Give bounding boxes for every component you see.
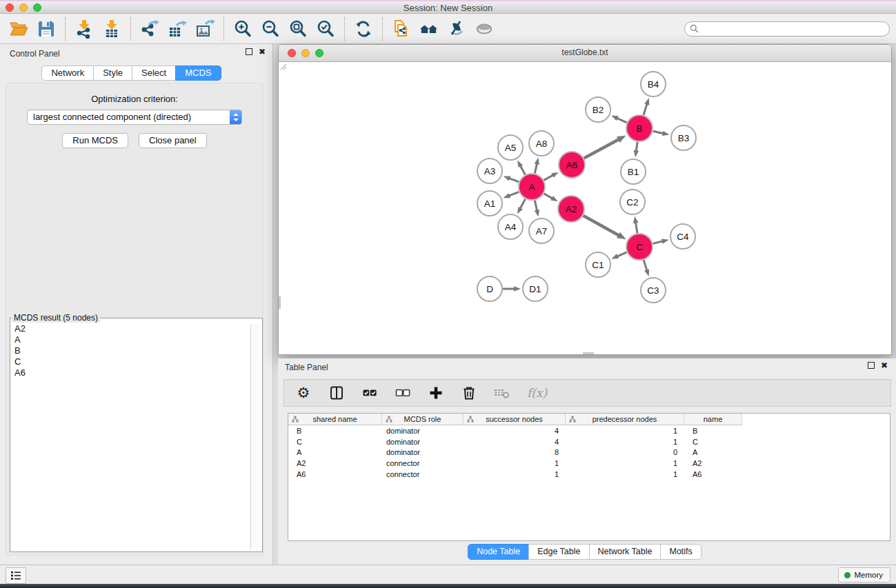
graph-node-C2[interactable]: C2 [620,190,645,214]
table-row[interactable]: Adominator80A [288,447,890,458]
graph-node-B3[interactable]: B3 [671,125,696,150]
search-input[interactable] [701,23,889,34]
graph-node-B4[interactable]: B4 [641,72,666,97]
mcds-result-item[interactable]: B [14,345,262,356]
graph-node-A5[interactable]: A5 [498,135,523,160]
mcds-result-item[interactable]: A6 [14,367,262,378]
table-row[interactable]: Bdominator41B [288,425,890,436]
graph-edge-A-A3[interactable] [509,178,519,182]
graph-edge-A-A4[interactable] [520,199,526,209]
canvas-horizontal-scroll-thumb[interactable] [583,352,594,354]
float-table-panel-icon[interactable] [868,362,875,369]
delete-column-button[interactable] [461,385,477,401]
table-row[interactable]: Cdominator41C [288,436,890,447]
tab-network[interactable]: Network [41,65,94,81]
graph-node-C3[interactable]: C3 [641,278,666,303]
delete-table-button[interactable] [494,385,510,401]
graph-node-C1[interactable]: C1 [586,252,610,277]
column-layout-button[interactable] [328,385,345,401]
search-field[interactable] [684,21,890,37]
graph-edge-A-A5[interactable] [520,165,525,175]
graph-node-A8[interactable]: A8 [529,131,554,156]
tab-style[interactable]: Style [93,65,132,81]
mcds-result-item[interactable]: A2 [14,323,262,334]
graph-node-C[interactable]: C [626,234,653,260]
graph-node-A1[interactable]: A1 [477,191,502,216]
graph-edge-A-A8[interactable] [535,163,537,174]
column-header-successor-nodes[interactable]: successor nodes [464,414,566,425]
graph-node-A3[interactable]: A3 [477,159,502,183]
task-history-button[interactable] [6,567,26,584]
graph-edge-C-C3[interactable] [644,260,647,271]
import-table-button[interactable] [98,15,126,43]
graph-node-D1[interactable]: D1 [523,276,548,301]
graph-node-A4[interactable]: A4 [498,214,523,239]
tab-mcds[interactable]: MCDS [175,65,221,81]
import-network-button[interactable] [70,15,98,43]
column-header-shared-name[interactable]: shared name [288,414,382,425]
canvas-vertical-scroll-thumb[interactable] [279,296,281,309]
graph-node-A7[interactable]: A7 [529,219,554,243]
mcds-result-item[interactable]: C [14,356,262,367]
float-panel-icon[interactable] [246,48,252,55]
network-graph[interactable]: B4B2BB3A5A8A6B1A3AC2A1A2A4A7C4CC1C3DD1 [279,62,891,354]
column-header-predecessor-nodes[interactable]: predecessor nodes [566,414,684,425]
apply-function-button[interactable]: f(x) [527,385,547,401]
memory-button[interactable]: Memory [838,567,890,582]
table-row[interactable]: A2connector11A2 [288,458,890,469]
refresh-button[interactable] [350,15,377,43]
zoom-out-button[interactable] [257,15,284,43]
close-panel-icon[interactable]: ✖ [259,48,266,55]
graph-node-B2[interactable]: B2 [586,97,610,122]
graph-edge-C-C2[interactable] [635,222,637,233]
zoom-in-button[interactable] [229,15,257,43]
add-column-button[interactable] [428,385,444,401]
tab-network-table[interactable]: Network Table [589,544,661,560]
graph-edge-B-B2[interactable] [617,118,627,123]
result-list-scrollbar[interactable] [250,324,260,550]
graph-edge-A-A2[interactable] [544,194,552,199]
close-panel-button[interactable]: Close panel [139,133,207,148]
graph-node-A[interactable]: A [519,174,545,200]
resize-grip[interactable] [279,62,287,70]
save-session-button[interactable] [32,15,60,43]
zoom-selected-button[interactable] [312,15,339,43]
graph-edge-A6-B[interactable] [584,139,619,159]
graph-edge-C-C1[interactable] [617,252,627,256]
graph-node-D[interactable]: D [477,276,502,301]
mcds-result-item[interactable]: A [14,334,262,345]
open-file-button[interactable] [5,15,32,43]
graph-edge-A2-C[interactable] [583,216,619,236]
graph-edge-C-C4[interactable] [653,241,663,244]
close-table-panel-icon[interactable]: ✖ [881,362,888,369]
graph-edge-B-B1[interactable] [636,142,637,152]
column-header-name[interactable]: name [684,414,742,425]
select-all-rows-button[interactable] [361,385,378,401]
graph-edge-A-A7[interactable] [535,201,537,212]
graph-edge-A-A1[interactable] [508,192,519,196]
hide-graphics-details-button[interactable] [443,15,470,43]
home-button[interactable] [415,15,443,43]
show-graphics-details-button[interactable] [470,15,498,43]
tab-motifs[interactable]: Motifs [660,544,701,560]
deselect-all-rows-button[interactable] [395,385,411,401]
graph-node-B1[interactable]: B1 [621,159,646,184]
run-mcds-button[interactable]: Run MCDS [62,133,128,148]
optimization-criterion-select[interactable]: largest connected component (directed) [27,110,242,125]
table-settings-button[interactable]: ⚙ [295,385,312,401]
export-table-button[interactable] [163,15,191,43]
graph-node-C4[interactable]: C4 [670,224,695,249]
column-header-mcds-role[interactable]: MCDS role [382,414,464,425]
graph-edge-A-A6[interactable] [544,175,554,181]
table-row[interactable]: A6connector11A6 [288,469,890,480]
tab-edge-table[interactable]: Edge Table [528,544,589,560]
tab-select[interactable]: Select [132,65,176,81]
graph-edge-B-B4[interactable] [644,103,647,115]
export-image-button[interactable] [191,15,219,43]
zoom-fit-button[interactable] [284,15,312,43]
network-from-clipboard-button[interactable] [388,15,415,43]
graph-node-A2[interactable]: A2 [558,196,584,222]
graph-node-B[interactable]: B [626,115,653,141]
tab-node-table[interactable]: Node Table [468,544,529,560]
network-canvas[interactable]: B4B2BB3A5A8A6B1A3AC2A1A2A4A7C4CC1C3DD1 [279,62,891,354]
